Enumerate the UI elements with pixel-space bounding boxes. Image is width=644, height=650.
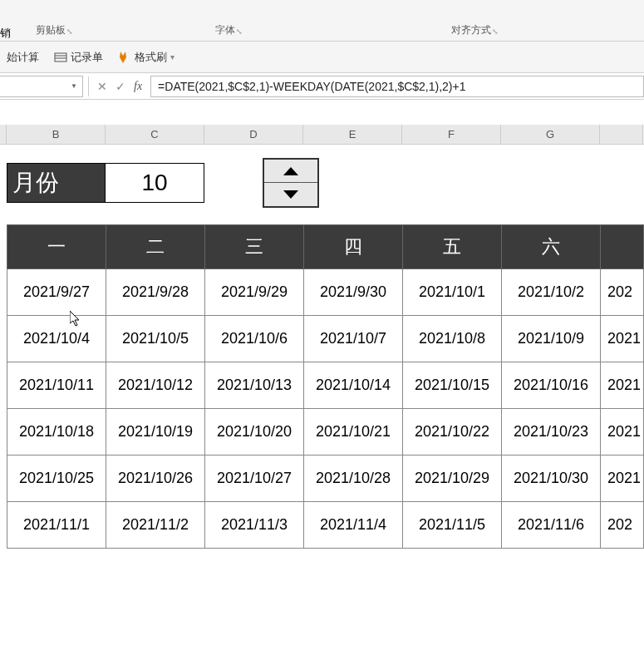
formula-input[interactable]: =DATE(2021,$C$2,1)-WEEKDAY(DATE(2021,$C$… [150, 76, 644, 97]
weekday-header: 三 [205, 225, 304, 269]
month-label-cell[interactable]: 月份 [7, 163, 106, 203]
date-cell[interactable]: 2021/11/6 [502, 502, 601, 549]
chevron-down-icon: ▼ [71, 82, 77, 90]
date-cell[interactable]: 2021/10/21 [304, 409, 403, 455]
expand-icon[interactable]: ⤡ [236, 27, 243, 36]
clipboard-label: 剪贴板 [36, 23, 66, 41]
date-cell[interactable]: 2021/10/7 [304, 316, 403, 362]
calc-label: 始计算 [7, 50, 39, 65]
weekday-header: 四 [304, 225, 403, 269]
date-cell[interactable]: 2021/9/28 [106, 269, 205, 316]
date-cell[interactable]: 2021/10/11 [7, 362, 106, 409]
weekday-header: 二 [106, 225, 205, 269]
fx-icon[interactable]: fx [134, 80, 142, 93]
calendar-table: 一 二 三 四 五 六 2021/9/272021/9/282021/9/292… [7, 224, 644, 549]
month-spinner [263, 158, 319, 208]
format-painter-button[interactable]: 格式刷 ▾ [118, 50, 175, 65]
date-cell[interactable]: 2021/10/5 [106, 316, 205, 362]
date-cell[interactable]: 2021/10/18 [7, 409, 106, 455]
date-cell[interactable]: 2021/10/20 [205, 409, 304, 455]
calendar-header-row: 一 二 三 四 五 六 [7, 225, 644, 269]
table-row: 2021/11/12021/11/22021/11/32021/11/42021… [7, 502, 644, 549]
date-cell[interactable]: 2021/10/2 [502, 269, 601, 316]
col-header[interactable]: F [402, 125, 501, 144]
date-cell[interactable]: 2021/9/29 [205, 269, 304, 316]
col-header[interactable] [600, 125, 643, 144]
date-cell[interactable]: 2021/10/13 [205, 362, 304, 409]
secondary-toolbar: 始计算 记录单 格式刷 ▾ [0, 42, 644, 73]
sheet-area[interactable]: 月份 10 一 二 三 四 五 六 2021/9/272021/9/282021… [0, 156, 644, 549]
date-cell[interactable]: 2021/10/8 [403, 316, 502, 362]
date-cell[interactable]: 2021/10/29 [403, 455, 502, 502]
record-icon [54, 51, 67, 64]
date-cell[interactable]: 202 [601, 269, 644, 316]
col-header[interactable]: E [303, 125, 402, 144]
weekday-header [601, 225, 644, 269]
date-cell[interactable]: 2021/11/3 [205, 502, 304, 549]
date-cell[interactable]: 2021/10/12 [106, 362, 205, 409]
accept-icon[interactable]: ✓ [116, 80, 125, 93]
date-cell[interactable]: 2021/10/1 [403, 269, 502, 316]
date-cell[interactable]: 2021/10/28 [304, 455, 403, 502]
calc-button[interactable]: 始计算 [7, 50, 39, 65]
formula-bar: ▼ ✕ ✓ fx =DATE(2021,$C$2,1)-WEEKDAY(DATE… [0, 73, 644, 100]
font-label: 字体 [215, 23, 235, 41]
format-label: 格式刷 [135, 50, 167, 65]
date-cell[interactable]: 2021/10/15 [403, 362, 502, 409]
table-row: 2021/9/272021/9/282021/9/292021/9/302021… [7, 269, 644, 316]
table-row: 2021/10/182021/10/192021/10/202021/10/21… [7, 409, 644, 455]
date-cell[interactable]: 2021 [601, 455, 644, 502]
ribbon-group-clipboard: 剪贴板 ⤡ [23, 0, 78, 41]
date-cell[interactable]: 2021/10/25 [7, 455, 106, 502]
date-cell[interactable]: 2021/10/27 [205, 455, 304, 502]
col-header[interactable]: C [106, 125, 204, 144]
date-cell[interactable]: 2021/9/27 [7, 269, 106, 316]
chevron-down-icon: ▾ [170, 52, 175, 62]
record-label: 记录单 [71, 50, 103, 65]
date-cell[interactable]: 2021/10/26 [106, 455, 205, 502]
date-cell[interactable]: 2021/10/23 [502, 409, 601, 455]
date-cell[interactable]: 2021/10/14 [304, 362, 403, 409]
formula-text: =DATE(2021,$C$2,1)-WEEKDAY(DATE(2021,$C$… [158, 80, 465, 93]
name-box[interactable]: ▼ [0, 76, 83, 97]
date-cell[interactable]: 2021/10/22 [403, 409, 502, 455]
date-cell[interactable]: 2021/11/1 [7, 502, 106, 549]
date-cell[interactable]: 2021/10/19 [106, 409, 205, 455]
weekday-header: 五 [403, 225, 502, 269]
date-cell[interactable]: 2021/10/4 [7, 316, 106, 362]
undo-label: 销 [0, 26, 11, 41]
date-cell[interactable]: 2021 [601, 316, 644, 362]
date-cell[interactable]: 2021/10/16 [502, 362, 601, 409]
select-all-corner[interactable] [0, 125, 7, 144]
date-cell[interactable]: 2021/11/2 [106, 502, 205, 549]
table-row: 2021/10/252021/10/262021/10/272021/10/28… [7, 455, 644, 502]
expand-icon[interactable]: ⤡ [66, 27, 73, 36]
record-button[interactable]: 记录单 [54, 50, 103, 65]
date-cell[interactable]: 2021/10/6 [205, 316, 304, 362]
col-header[interactable]: G [501, 125, 600, 144]
table-row: 2021/10/42021/10/52021/10/62021/10/72021… [7, 316, 644, 362]
weekday-header: 一 [7, 225, 106, 269]
spinner-up-button[interactable] [264, 160, 317, 183]
month-value-cell[interactable]: 10 [106, 163, 204, 203]
date-cell[interactable]: 2021/10/30 [502, 455, 601, 502]
cancel-icon[interactable]: ✕ [97, 80, 107, 93]
col-header[interactable]: B [7, 125, 106, 144]
date-cell[interactable]: 2021/11/4 [304, 502, 403, 549]
date-cell[interactable]: 2021/11/5 [403, 502, 502, 549]
date-cell[interactable]: 2021/9/30 [304, 269, 403, 316]
align-label: 对齐方式 [451, 23, 491, 41]
table-row: 2021/10/112021/10/122021/10/132021/10/14… [7, 362, 644, 409]
ribbon-group-align: 对齐方式 ⤡ [439, 0, 504, 41]
date-cell[interactable]: 202 [601, 502, 644, 549]
col-header[interactable]: D [204, 125, 303, 144]
triangle-up-icon [283, 167, 298, 175]
spinner-down-button[interactable] [264, 183, 317, 206]
date-cell[interactable]: 2021 [601, 362, 644, 409]
expand-icon[interactable]: ⤡ [492, 27, 499, 36]
date-cell[interactable]: 2021/10/9 [502, 316, 601, 362]
month-row: 月份 10 [7, 156, 644, 209]
date-cell[interactable]: 2021 [601, 409, 644, 455]
brush-icon [118, 51, 131, 64]
svg-rect-0 [55, 53, 66, 62]
